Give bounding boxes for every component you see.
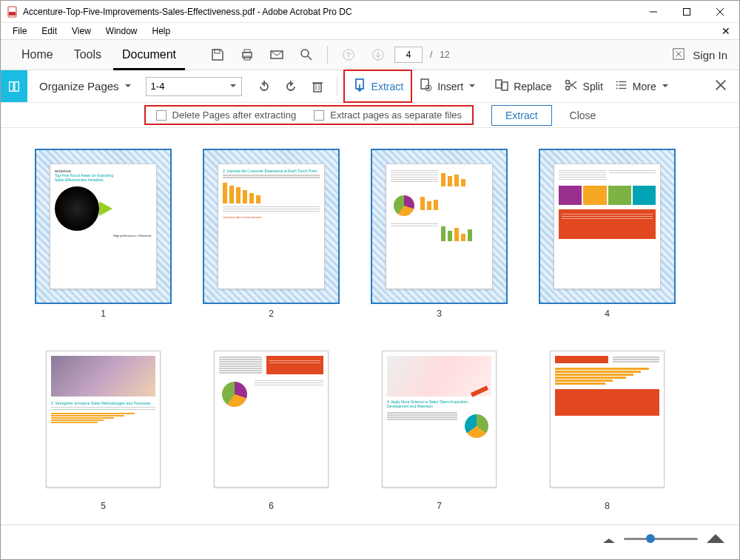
thumbnail-grid[interactable]: accenture Top-Five Focus Areas for Impro… <box>1 128 739 524</box>
menubar: File Edit View Window Help ✕ <box>1 23 739 39</box>
page-number: 3 <box>437 308 442 319</box>
delete-after-label: Delete Pages after extracting <box>172 109 297 121</box>
chevron-down-icon <box>662 84 668 87</box>
organize-side-tab[interactable] <box>1 70 27 102</box>
svg-rect-25 <box>421 79 428 89</box>
zoom-in-icon[interactable] <box>707 533 724 546</box>
page-thumbnail-6[interactable]: 6 <box>203 341 340 511</box>
slider-knob[interactable] <box>646 534 655 543</box>
menu-file[interactable]: File <box>5 24 34 38</box>
signin-close-icon[interactable] <box>672 47 685 63</box>
minimize-button[interactable] <box>636 1 670 22</box>
insert-icon <box>418 78 433 95</box>
extract-icon <box>352 78 367 95</box>
menu-window[interactable]: Window <box>98 24 145 38</box>
svg-rect-18 <box>10 81 13 91</box>
close-window-button[interactable] <box>703 1 736 22</box>
split-label: Split <box>583 81 603 92</box>
more-label: More <box>633 81 656 92</box>
titlebar: Accenture-Top-Five-Improvements-Sales-Ef… <box>1 1 739 23</box>
menu-edit[interactable]: Edit <box>34 24 64 38</box>
svg-rect-1 <box>9 12 16 16</box>
search-icon[interactable] <box>299 47 314 62</box>
prev-page-icon[interactable] <box>341 47 356 62</box>
zoom-slider[interactable] <box>624 538 698 540</box>
page-thumbnail-2[interactable]: 2. Improve the Customer Experience at Ea… <box>203 149 340 319</box>
checkbox-icon <box>314 110 324 121</box>
page-number: 4 <box>605 308 610 319</box>
extract-action-button[interactable]: Extract <box>491 105 552 126</box>
page-thumbnail-1[interactable]: accenture Top-Five Focus Areas for Impro… <box>35 149 172 319</box>
trash-icon[interactable] <box>309 78 326 95</box>
window-controls <box>636 1 736 22</box>
separator <box>337 77 337 96</box>
tab-tools[interactable]: Tools <box>65 41 110 68</box>
page-thumbnail-5[interactable]: 3. Strengthen Immature Sales Methodologi… <box>35 341 172 511</box>
close-document-icon[interactable]: ✕ <box>714 24 735 38</box>
primary-toolbar: Home Tools Document / 12 Sign In <box>1 39 739 70</box>
tab-document[interactable]: Document <box>113 39 185 70</box>
page-number: 6 <box>269 501 274 511</box>
chevron-down-icon <box>469 84 475 87</box>
separate-files-checkbox[interactable]: Extract pages as separate files <box>314 109 462 121</box>
page-number: 7 <box>437 501 442 511</box>
close-tool-icon[interactable] <box>714 78 727 95</box>
extract-options-row: Delete Pages after extracting Extract pa… <box>1 103 739 128</box>
range-dropdown-icon[interactable] <box>230 84 236 87</box>
organize-label[interactable]: Organize Pages <box>27 80 124 92</box>
zoom-bar <box>1 524 739 553</box>
replace-button[interactable]: Replace <box>488 75 557 98</box>
svg-rect-30 <box>502 82 508 90</box>
extract-button[interactable]: Extract <box>343 70 413 103</box>
close-button[interactable]: Close <box>570 109 596 121</box>
maximize-button[interactable] <box>670 1 703 22</box>
next-page-icon[interactable] <box>371 47 386 62</box>
svg-point-40 <box>616 88 618 90</box>
replace-icon <box>494 78 509 95</box>
zoom-out-icon[interactable] <box>603 533 615 546</box>
delete-after-checkbox[interactable]: Delete Pages after extracting <box>156 109 297 121</box>
list-icon <box>615 78 628 94</box>
svg-point-11 <box>301 50 309 57</box>
page-total: 12 <box>440 50 449 60</box>
page-thumbnail-7[interactable]: 4. Apply More Science to Sales Talent Ac… <box>371 341 508 511</box>
pdf-file-icon <box>7 6 18 18</box>
insert-label: Insert <box>437 81 463 92</box>
replace-label: Replace <box>514 81 551 92</box>
svg-rect-3 <box>683 8 690 15</box>
insert-button[interactable]: Insert <box>412 75 488 98</box>
svg-line-12 <box>308 56 312 60</box>
save-icon[interactable] <box>210 47 225 62</box>
checkbox-icon <box>156 110 166 121</box>
svg-rect-19 <box>15 81 18 91</box>
rotate-right-icon[interactable] <box>283 78 299 95</box>
page-thumbnail-8[interactable]: 8 <box>539 341 676 511</box>
scissors-icon <box>564 78 579 95</box>
window-title: Accenture-Top-Five-Improvements-Sales-Ef… <box>23 7 636 17</box>
page-thumbnail-3[interactable]: 3 <box>371 149 508 319</box>
menu-view[interactable]: View <box>64 24 98 38</box>
tab-home[interactable]: Home <box>13 41 62 68</box>
page-thumbnail-4[interactable]: 4 <box>539 149 676 319</box>
page-number: 1 <box>101 308 106 319</box>
extract-options-highlight: Delete Pages after extracting Extract pa… <box>144 105 474 125</box>
extract-label: Extract <box>371 81 404 92</box>
menu-help[interactable]: Help <box>145 24 178 38</box>
page-range-input[interactable] <box>146 77 242 96</box>
page-number-input[interactable] <box>394 47 423 63</box>
mail-icon[interactable] <box>269 47 284 62</box>
more-button[interactable]: More <box>609 75 682 97</box>
split-button[interactable]: Split <box>558 75 609 98</box>
signin-area: Sign In <box>672 47 727 63</box>
separator <box>327 46 328 64</box>
print-icon[interactable] <box>240 47 255 62</box>
rotate-left-icon[interactable] <box>256 78 272 95</box>
page-number: 2 <box>269 308 274 319</box>
svg-rect-20 <box>314 84 321 92</box>
chevron-down-icon <box>125 84 131 87</box>
svg-point-38 <box>616 81 618 83</box>
signin-button[interactable]: Sign In <box>693 49 727 61</box>
page-separator: / <box>430 50 432 60</box>
page-number: 5 <box>101 501 106 511</box>
svg-point-39 <box>616 84 618 86</box>
